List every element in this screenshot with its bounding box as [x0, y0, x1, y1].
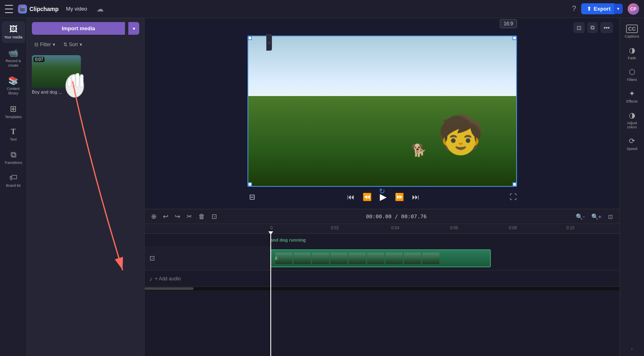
speed-icon: ⟳	[629, 137, 635, 146]
cloud-save-icon: ☁	[96, 4, 104, 13]
import-dropdown-button[interactable]: ▾	[128, 22, 139, 35]
sidebar-item-your-media[interactable]: 🖼 Your media	[2, 21, 25, 43]
ruler-mark-2: 0:04	[391, 226, 399, 230]
right-sidebar-collapse-handle[interactable]: ‹	[620, 345, 644, 353]
clip-pause-icon: ⏸	[274, 255, 279, 261]
templates-icon: ⊞	[10, 104, 17, 114]
sort-button[interactable]: ⇅ Sort ▾	[61, 40, 85, 49]
clip-frame	[386, 253, 403, 264]
timeline-area: ⊕ ↩ ↪ ✂ 🗑 ⊡ 00:00.00 / 00:07.76 🔍- 🔍+ ⊡	[145, 209, 619, 356]
rotate-handle[interactable]: ↻	[379, 187, 385, 196]
clip-frame	[367, 253, 384, 264]
text-icon: T	[11, 128, 16, 136]
sidebar-item-templates[interactable]: ⊞ Templates	[2, 101, 25, 123]
export-button[interactable]: ⬆ Export	[581, 3, 616, 14]
add-audio-row[interactable]: ♪ + Add audio	[145, 271, 619, 287]
aspect-ratio-badge[interactable]: 16:9	[500, 19, 517, 28]
timeline-scrollbar[interactable]	[145, 287, 619, 290]
fullscreen-button[interactable]: ⛶	[510, 193, 517, 202]
ruler-mark-0: 0	[270, 226, 273, 230]
filters-panel-button[interactable]: ⬡ Filters	[621, 64, 643, 85]
filter-icon: ⊟	[34, 42, 38, 47]
center-area: ⊡ ⧉ ••• 🧒 🐕 ↻ 16:9	[145, 18, 619, 356]
add-media-button[interactable]: ⊡	[210, 212, 218, 221]
dog-figure: 🐕	[411, 143, 426, 157]
redo-button[interactable]: ↪	[173, 212, 182, 221]
export-dropdown-button[interactable]: ▾	[614, 4, 623, 14]
ruler-mark-5: 0:10	[566, 226, 574, 230]
magnet-tool-button[interactable]: ⊕	[149, 212, 158, 221]
undo-button[interactable]: ↩	[161, 212, 170, 221]
video-track-row: ⊡ ⏸	[145, 246, 619, 271]
your-media-icon: 🖼	[9, 25, 18, 34]
filters-icon: ⬡	[629, 67, 635, 76]
effects-label: Effects	[626, 99, 637, 103]
skip-back-button[interactable]: ⏮	[345, 191, 356, 203]
effects-panel-button[interactable]: ✦ Effects	[621, 86, 643, 107]
sort-icon: ⇅	[63, 42, 67, 47]
filter-chevron: ▾	[53, 42, 55, 47]
handle-bottom-right[interactable]	[513, 182, 517, 186]
timeline-toolbar: ⊕ ↩ ↪ ✂ 🗑 ⊡ 00:00.00 / 00:07.76 🔍- 🔍+ ⊡	[145, 209, 619, 224]
captions-label: Captions	[625, 34, 640, 38]
sidebar-item-text[interactable]: T Text	[2, 124, 25, 145]
filter-button[interactable]: ⊟ Filter ▾	[32, 40, 58, 49]
video-title[interactable]: My video	[64, 5, 90, 13]
handle-top-right[interactable]	[513, 36, 517, 40]
video-preview-area: ⊡ ⧉ ••• 🧒 🐕 ↻ 16:9	[145, 18, 619, 209]
track-header: ⊡	[145, 246, 270, 270]
ruler-marks: 0 0:02 0:04 0:06 0:08 0:10 0:12 0:14	[270, 224, 619, 234]
zoom-in-button[interactable]: 🔍+	[590, 213, 603, 221]
sidebar-item-transitions[interactable]: ⧉ Transitions	[2, 147, 25, 168]
video-top-controls: ⊡ ⧉ •••	[151, 22, 613, 33]
subtitles-button[interactable]: ⊟	[247, 191, 257, 203]
more-button[interactable]: •••	[600, 22, 613, 33]
sidebar-item-record-create[interactable]: 📹 Record & create	[2, 45, 25, 71]
sidebar-item-label: Templates	[5, 115, 22, 119]
content-library-icon: 📚	[8, 76, 18, 85]
hamburger-menu[interactable]	[5, 5, 13, 13]
left-sidebar: 🖼 Your media 📹 Record & create 📚 Content…	[0, 18, 27, 356]
sidebar-item-label: Transitions	[4, 161, 22, 165]
sidebar-item-label: Your media	[4, 35, 22, 40]
media-panel-header: Import media ▾	[27, 18, 144, 39]
record-create-icon: 📹	[8, 48, 18, 58]
sidebar-item-content-library[interactable]: 📚 Content library	[2, 72, 25, 99]
video-clip[interactable]: ⏸	[270, 249, 491, 267]
fade-icon: ◑	[629, 46, 635, 55]
user-avatar[interactable]: CP	[628, 3, 639, 15]
clip-frame	[312, 253, 329, 264]
cut-button[interactable]: ✂	[185, 212, 194, 221]
timeline-time-display: 00:00.00 / 00:07.76	[222, 213, 571, 219]
scrollbar-thumb[interactable]	[145, 287, 194, 290]
skip-forward-button[interactable]: ⏭	[410, 191, 421, 203]
zoom-out-button[interactable]: 🔍-	[574, 213, 586, 221]
sidebar-item-brand-kit[interactable]: 🏷 Brand kit	[2, 170, 25, 191]
sidebar-item-label: Brand kit	[6, 184, 21, 188]
rewind-5s-button[interactable]: ⏪	[361, 191, 373, 203]
media-duration: 0:07	[33, 57, 45, 62]
pip-button[interactable]: ⧉	[587, 22, 598, 33]
import-media-button[interactable]: Import media	[32, 22, 125, 35]
fit-zoom-button[interactable]: ⊡	[606, 213, 615, 221]
media-thumbnail[interactable]: 0:07	[32, 55, 81, 88]
timeline-content: 0 0:02 0:04 0:06 0:08 0:10 0:12 0:14	[145, 224, 619, 356]
sky-background	[248, 36, 516, 102]
drop-label: and dog running	[270, 237, 306, 242]
captions-panel-button[interactable]: CC Captions	[621, 21, 643, 42]
handle-top-left[interactable]	[248, 36, 252, 40]
crop-button[interactable]: ⊡	[573, 22, 585, 33]
timeline-playhead[interactable]	[270, 234, 271, 356]
handle-bottom-left[interactable]	[248, 182, 252, 186]
speed-panel-button[interactable]: ⟳ Speed	[621, 133, 643, 154]
list-item[interactable]: 0:07 Boy and dog ...	[32, 55, 81, 94]
fade-panel-button[interactable]: ◑ Fade	[621, 43, 643, 63]
adjust-colors-icon: ◑	[629, 111, 635, 120]
sidebar-item-label: Record & create	[4, 59, 23, 68]
timeline-ruler: 0 0:02 0:04 0:06 0:08 0:10 0:12 0:14	[145, 224, 619, 234]
logo-icon: 🎬	[18, 4, 27, 13]
help-icon[interactable]: ?	[572, 4, 576, 13]
forward-5s-button[interactable]: ⏩	[393, 191, 406, 203]
adjust-colors-panel-button[interactable]: ◑ Adjust colors	[621, 107, 643, 132]
delete-button[interactable]: 🗑	[197, 212, 207, 221]
